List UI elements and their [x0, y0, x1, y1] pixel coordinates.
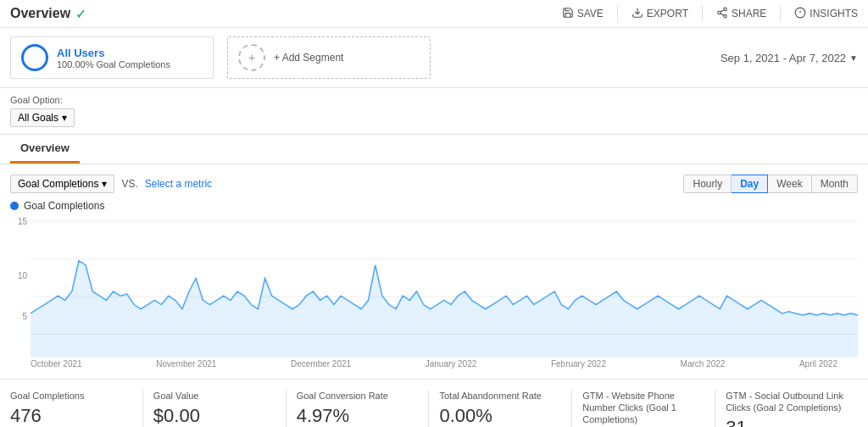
x-label-apr: April 2022 [799, 359, 837, 369]
chart-x-axis: October 2021 November 2021 December 2021… [10, 358, 858, 369]
share-button[interactable]: SHARE [716, 7, 766, 21]
day-button[interactable]: Day [732, 175, 768, 193]
all-users-segment[interactable]: All Users 100.00% Goal Completions [10, 36, 214, 79]
action-separator [617, 5, 618, 22]
x-label-feb: February 2022 [551, 359, 606, 369]
svg-line-4 [721, 13, 724, 14]
legend-dot-icon [10, 202, 19, 210]
segment-sub: 100.00% Goal Completions [57, 59, 170, 69]
x-label-oct: October 2021 [31, 359, 82, 369]
segment-info: All Users 100.00% Goal Completions [57, 47, 170, 69]
svg-point-3 [724, 14, 727, 18]
x-label-mar: March 2022 [681, 359, 726, 369]
chart-controls-left: Goal Completions ▾ VS. Select a metric [10, 175, 212, 193]
export-label: EXPORT [647, 8, 688, 19]
vs-label: VS. [121, 178, 137, 190]
segment-name: All Users [57, 47, 170, 59]
tabs-bar: Overview [0, 135, 868, 164]
month-button[interactable]: Month [812, 175, 858, 193]
stat-phone-clicks-label: GTM - Website Phone Number Clicks (Goal … [582, 390, 704, 426]
y-label-10: 10 [10, 271, 27, 280]
metric-btn-arrow-icon: ▾ [102, 178, 107, 190]
chart-svg [31, 217, 858, 358]
stat-abandonment-rate-label: Total Abandonment Rate [439, 390, 561, 402]
chart-area: Goal Completions ▾ VS. Select a metric H… [0, 164, 868, 379]
stat-goal-value-label: Goal Value [153, 390, 275, 402]
svg-line-5 [721, 9, 724, 11]
chart-y-axis: 15 10 5 [10, 217, 31, 352]
x-label-dec: December 2021 [291, 359, 351, 369]
stat-goal-conversion: Goal Conversion Rate 4.97% [287, 390, 430, 427]
page-title: Overview [10, 6, 70, 21]
chart-legend: Goal Completions [10, 200, 858, 212]
save-button[interactable]: SAVE [562, 7, 604, 21]
tab-overview[interactable]: Overview [10, 135, 80, 164]
week-button[interactable]: Week [768, 175, 811, 193]
verified-icon: ✓ [75, 6, 86, 22]
x-label-jan: January 2022 [426, 359, 477, 369]
stat-social-clicks-label: GTM - Social Outbound Link Clicks (Goal … [726, 390, 848, 414]
svg-marker-13 [31, 261, 858, 358]
svg-point-1 [724, 8, 727, 10]
segment-circle-icon [21, 44, 48, 71]
action-separator-2 [702, 5, 703, 22]
time-period-buttons: Hourly Day Week Month [683, 175, 858, 193]
export-icon [632, 7, 643, 21]
goal-option-label: Goal Option: [10, 95, 858, 105]
date-range-arrow-icon: ▼ [849, 53, 858, 63]
x-label-nov: November 2021 [156, 359, 216, 369]
stat-goal-value: Goal Value $0.00 [143, 390, 287, 427]
chart-controls: Goal Completions ▾ VS. Select a metric H… [10, 175, 858, 193]
hourly-button[interactable]: Hourly [683, 175, 732, 193]
add-segment-button[interactable]: + + Add Segment [227, 36, 431, 79]
insights-label: INSIGHTS [810, 8, 858, 19]
header: Overview ✓ SAVE EXPORT SHARE [0, 0, 868, 28]
save-label: SAVE [577, 8, 604, 19]
stat-goal-conversion-value: 4.97% [297, 405, 419, 427]
add-segment-label: + Add Segment [274, 52, 343, 64]
stat-goal-completions-value: 476 [10, 405, 132, 427]
stats-bar: Goal Completions 476 Goal Value $0.00 Go… [0, 379, 868, 427]
export-button[interactable]: EXPORT [632, 7, 688, 21]
goal-option-bar: Goal Option: All Goals ▾ [0, 88, 868, 135]
goal-select-arrow-icon: ▾ [62, 112, 67, 124]
goal-select-value: All Goals [18, 112, 58, 124]
goal-completions-metric-button[interactable]: Goal Completions ▾ [10, 175, 114, 193]
stat-abandonment-rate: Total Abandonment Rate 0.00% [429, 390, 572, 427]
header-left: Overview ✓ [10, 6, 86, 22]
y-label-15: 15 [10, 217, 27, 226]
segment-bar: All Users 100.00% Goal Completions + + A… [0, 28, 868, 88]
stat-goal-completions-label: Goal Completions [10, 390, 132, 402]
metric-btn-label: Goal Completions [18, 178, 98, 190]
stat-phone-clicks: GTM - Website Phone Number Clicks (Goal … [572, 390, 715, 427]
chart-svg-container [31, 217, 858, 358]
save-icon [562, 7, 574, 21]
action-separator-3 [780, 5, 781, 22]
stat-goal-conversion-label: Goal Conversion Rate [297, 390, 419, 402]
share-icon [716, 7, 728, 21]
add-segment-icon: + [238, 44, 265, 71]
stat-goal-completions: Goal Completions 476 [10, 390, 143, 427]
legend-label: Goal Completions [24, 200, 104, 212]
chart-wrapper: 15 10 5 [10, 217, 858, 358]
y-label-5: 5 [10, 312, 27, 321]
stat-goal-value-value: $0.00 [153, 405, 275, 427]
svg-point-2 [718, 11, 721, 14]
date-range-selector[interactable]: Sep 1, 2021 - Apr 7, 2022 ▼ [721, 52, 858, 64]
stat-abandonment-rate-value: 0.00% [439, 405, 561, 427]
stat-social-clicks-value: 31 [726, 417, 848, 427]
date-range-label: Sep 1, 2021 - Apr 7, 2022 [721, 52, 846, 64]
header-actions: SAVE EXPORT SHARE INSIGHTS [562, 5, 858, 22]
insights-button[interactable]: INSIGHTS [794, 7, 858, 21]
share-label: SHARE [732, 8, 766, 19]
goal-select-button[interactable]: All Goals ▾ [10, 108, 75, 127]
stat-social-clicks: GTM - Social Outbound Link Clicks (Goal … [715, 390, 858, 427]
select-metric-button[interactable]: Select a metric [145, 178, 212, 190]
insights-icon [794, 7, 806, 21]
